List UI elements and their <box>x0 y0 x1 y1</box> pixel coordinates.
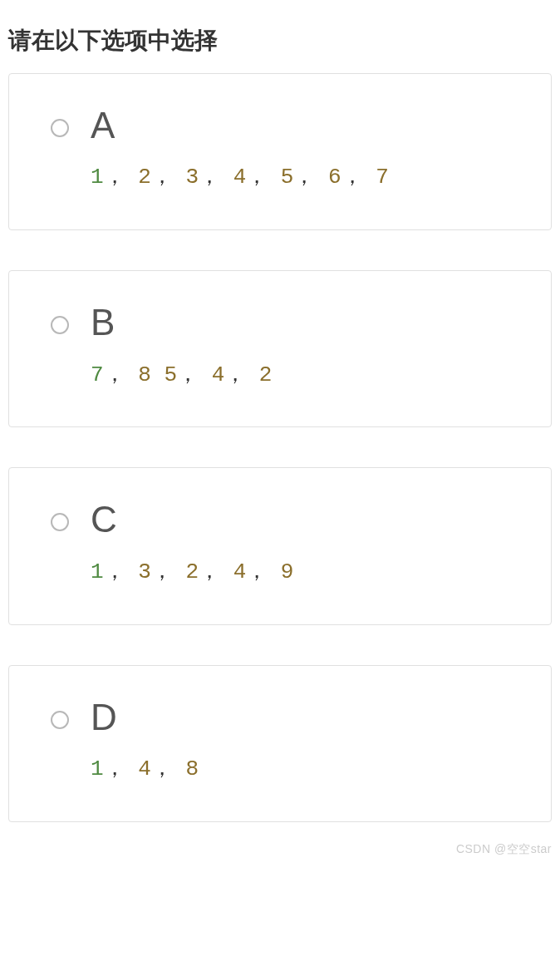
radio-icon[interactable] <box>51 316 69 334</box>
option-letter: C <box>91 500 509 540</box>
option-code: 1， 3， 2， 4， 9 <box>91 559 509 587</box>
option-card-a[interactable]: A1， 2， 3， 4， 5， 6， 7 <box>8 73 552 230</box>
radio-icon[interactable] <box>51 711 69 729</box>
option-card-c[interactable]: C1， 3， 2， 4， 9 <box>8 467 552 624</box>
option-card-b[interactable]: B7， 8 5， 4， 2 <box>8 270 552 427</box>
option-card-d[interactable]: D1， 4， 8 <box>8 665 552 822</box>
options-list: A1， 2， 3， 4， 5， 6， 7B7， 8 5， 4， 2C1， 3， … <box>8 73 552 822</box>
option-code: 1， 4， 8 <box>91 756 509 784</box>
radio-icon[interactable] <box>51 119 69 137</box>
radio-icon[interactable] <box>51 513 69 531</box>
option-content: C1， 3， 2， 4， 9 <box>91 500 509 586</box>
option-letter: D <box>91 697 509 737</box>
option-code: 1， 2， 3， 4， 5， 6， 7 <box>91 164 509 192</box>
option-content: D1， 4， 8 <box>91 697 509 784</box>
watermark-text: CSDN @空空star <box>456 842 552 857</box>
option-letter: A <box>91 106 509 145</box>
option-code: 7， 8 5， 4， 2 <box>91 362 509 390</box>
option-content: A1， 2， 3， 4， 5， 6， 7 <box>91 106 509 192</box>
question-title: 请在以下选项中选择 <box>8 0 552 73</box>
option-content: B7， 8 5， 4， 2 <box>91 303 509 389</box>
option-letter: B <box>91 303 509 343</box>
